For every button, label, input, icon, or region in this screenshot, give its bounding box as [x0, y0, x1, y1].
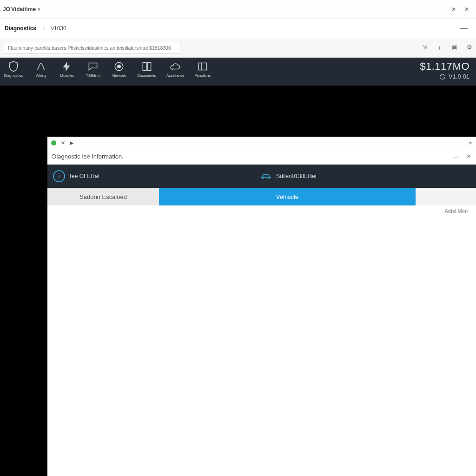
ribbon-label: Documents — [137, 73, 156, 78]
desktop-area: ✕ ▶ ✶ Diagnostic Ise Information. ▭ ✕ i … — [0, 86, 476, 476]
tab-label: Vehiscle — [276, 193, 298, 200]
path-segment-2[interactable]: Sdilen0138Eflier — [259, 172, 317, 181]
ribbon-item-wiring[interactable]: Wiring — [33, 60, 49, 78]
refresh-icon — [439, 73, 446, 80]
book-icon — [141, 60, 153, 73]
inner-close-icon[interactable]: ✕ — [466, 153, 471, 160]
ribbon-label: Modules — [60, 73, 74, 78]
ribbon-status: $1.117MO V1.9.01 — [420, 60, 469, 80]
window-close[interactable]: ✕ — [460, 3, 473, 16]
cable-icon — [35, 60, 47, 73]
inner-window: ✕ ▶ ✶ Diagnostic Ise Information. ▭ ✕ i … — [47, 137, 476, 476]
inner-tabs: Sadonn Escaloed Vehiscle — [47, 188, 476, 205]
settings-icon[interactable]: ⚙ — [467, 44, 472, 52]
ribbon-item-modules[interactable]: Modules — [59, 60, 75, 78]
path-segment-1[interactable]: i Tee OFERaI — [53, 170, 99, 182]
add-icon[interactable]: ＋ — [436, 44, 443, 52]
ribbon-item-network[interactable]: Network — [111, 60, 127, 78]
ribbon-label: Functions — [195, 73, 211, 78]
ribbon-item-functions[interactable]: Functions — [195, 60, 211, 78]
tab-session[interactable]: Sadonn Escaloed — [47, 188, 159, 205]
car-icon — [259, 172, 272, 181]
path-bar: i Tee OFERaI Sdilen0138Eflier — [47, 165, 476, 188]
cloud-icon — [169, 60, 181, 73]
content-area — [47, 214, 476, 476]
search-input[interactable] — [4, 42, 180, 54]
breadcrumb-separator: › — [43, 25, 45, 32]
status-version: V1.9.01 — [449, 73, 469, 80]
bolt-icon — [61, 60, 73, 73]
panel-minimize[interactable]: — — [456, 24, 471, 33]
window-close-secondary[interactable]: ✕ — [447, 3, 460, 16]
path-label: Sdilen0138Eflier — [276, 173, 317, 179]
svg-point-4 — [268, 177, 270, 178]
info-circle-icon: i — [53, 170, 65, 182]
tab-star-icon[interactable]: ✶ — [468, 140, 472, 146]
ribbon-item-assist[interactable]: Assistance — [166, 60, 185, 78]
path-label: Tee OFERaI — [69, 173, 99, 179]
meta-label: Adtel.Mon — [444, 208, 468, 214]
inner-tabbar: ✕ ▶ ✶ — [47, 137, 476, 149]
ribbon-label: Assistance — [166, 73, 185, 78]
panel-icon — [197, 60, 209, 73]
ribbon-label: Wiring — [36, 73, 46, 78]
status-amount: $1.117MO — [420, 60, 469, 73]
window-title: Vidaitime — [11, 6, 36, 13]
ribbon-item-docs[interactable]: Documents — [137, 60, 156, 78]
app-logo-text: JO — [3, 6, 10, 13]
inner-minimize-icon[interactable]: ▭ — [452, 153, 458, 160]
breadcrumb-sub[interactable]: v1030 — [51, 25, 66, 32]
inner-window-title: Diagnostic Ise Information. — [52, 153, 124, 160]
svg-rect-2 — [198, 63, 206, 70]
svg-point-3 — [262, 177, 264, 178]
ribbon-label: TSB/Info — [86, 73, 100, 78]
media-icon[interactable]: ▣ — [452, 44, 457, 52]
target-icon — [113, 60, 125, 73]
breadcrumb: Diagnostics › v1030 — — [0, 19, 476, 38]
cast-icon[interactable]: ⇲ — [422, 44, 427, 52]
outer-titlebar: JO Vidaitime ▾ ✕ ✕ — [0, 0, 476, 19]
tab-run-icon[interactable]: ▶ — [70, 140, 73, 146]
tab-label: Sadonn Escaloed — [79, 193, 127, 200]
shield-icon — [7, 60, 20, 73]
chat-bubble-icon — [87, 60, 99, 73]
main-ribbon: Diagnostics Wiring Modules TSB/Info Netw… — [0, 58, 476, 86]
ribbon-item-diagnostics[interactable]: Diagnostics — [4, 60, 23, 78]
ribbon-label: Network — [112, 73, 126, 78]
ribbon-label: Diagnostics — [4, 73, 23, 78]
status-dot-icon — [51, 140, 56, 145]
search-toolbar: ⇲ ＋ ▣ ⚙ — [0, 38, 476, 58]
ribbon-item-tsb[interactable]: TSB/Info — [85, 60, 101, 78]
tab-vehicle[interactable]: Vehiscle — [159, 188, 416, 205]
meta-row: Adtel.Mon — [47, 205, 476, 214]
tab-tail — [416, 188, 476, 205]
svg-point-1 — [118, 65, 121, 68]
tab-close-icon[interactable]: ✕ — [61, 140, 65, 146]
breadcrumb-main[interactable]: Diagnostics — [5, 25, 36, 32]
inner-titlebar: Diagnostic Ise Information. ▭ ✕ — [47, 149, 476, 165]
